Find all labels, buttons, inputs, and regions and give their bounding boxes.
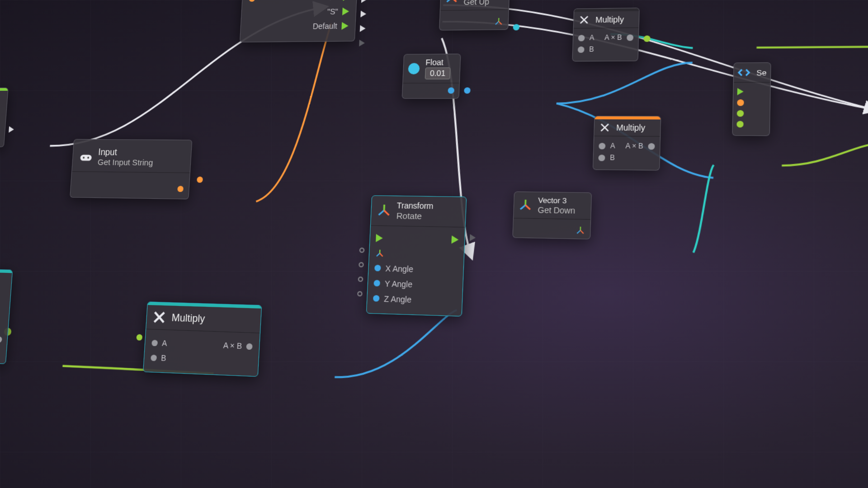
node-title: Vector 3: [538, 196, 576, 206]
unconnected-pins: [357, 248, 365, 296]
node-vector3-get-down[interactable]: Vector 3 Get Down: [512, 192, 592, 240]
node-vector3-get-up[interactable]: Vector 3 Get Up: [439, 0, 510, 31]
input-pin[interactable]: [374, 265, 381, 272]
case-exec-out-icon[interactable]: [342, 8, 349, 15]
input-pin-b[interactable]: [151, 354, 157, 361]
input-pin[interactable]: [736, 121, 744, 127]
wire-endpoint[interactable]: [136, 334, 142, 340]
port-label: B: [589, 45, 594, 53]
axis-mini-icon: [576, 225, 585, 235]
node-subtitle: Rotate: [396, 211, 433, 221]
node-transform-rotate[interactable]: Transform Rotate X Angle Y Angle Z Angle: [366, 195, 467, 316]
node-partial-left[interactable]: [0, 267, 13, 364]
case-label: "S": [327, 7, 338, 16]
input-pin-b[interactable]: [578, 46, 585, 52]
node-title: Multiply: [171, 312, 205, 325]
float-value-input[interactable]: 0.01: [425, 67, 451, 79]
exec-pin-icon[interactable]: [360, 10, 366, 17]
output-pin[interactable]: [627, 34, 633, 41]
output-pin[interactable]: [177, 186, 184, 192]
output-pin[interactable]: [0, 336, 2, 343]
exec-pin-icon[interactable]: [360, 25, 366, 32]
float-type-icon: [408, 63, 420, 74]
exec-pin-icon[interactable]: [359, 40, 365, 47]
node-partial-right[interactable]: Se: [732, 62, 771, 136]
exec-out-arrow-icon[interactable]: [451, 235, 458, 244]
multiply-icon: [599, 122, 610, 133]
node-title: Se: [756, 68, 767, 77]
code-icon: [738, 66, 750, 78]
input-pin[interactable]: [373, 280, 380, 287]
axis-icon: [519, 199, 532, 212]
multiply-icon: [152, 310, 167, 325]
wire-endpoint[interactable]: [197, 177, 203, 183]
expr-label: A × B: [604, 33, 622, 42]
exec-in-arrow-icon[interactable]: [376, 234, 383, 242]
case-label: "W": [326, 0, 339, 2]
pin-socket[interactable]: [359, 248, 365, 253]
exec-pin-icon[interactable]: [470, 234, 476, 241]
default-label: Default: [312, 22, 337, 31]
node-update-event[interactable]: Update Event: [0, 88, 9, 147]
node-multiply-top[interactable]: Multiply A A × B B: [572, 8, 640, 61]
exec-in-arrow-icon[interactable]: [737, 88, 744, 95]
input-pin[interactable]: [737, 110, 744, 117]
axis-icon: [377, 204, 392, 218]
output-pin[interactable]: [513, 24, 520, 30]
output-pin[interactable]: [448, 87, 454, 94]
node-subtitle: Get Down: [538, 205, 575, 216]
node-float[interactable]: Float 0.01: [402, 54, 461, 99]
node-title: Float: [425, 58, 451, 67]
node-title: Multiply: [595, 15, 624, 24]
exec-pin-icon[interactable]: [9, 126, 14, 132]
wire-endpoint[interactable]: [464, 87, 471, 94]
node-switch-on-string[interactable]: Switch On String " " "W" "S" Default: [240, 0, 360, 42]
pin-socket[interactable]: [357, 291, 363, 296]
node-input-get-string[interactable]: Input Get Input String: [70, 139, 192, 200]
input-pin-b[interactable]: [598, 155, 605, 161]
exec-pin-icon[interactable]: [361, 0, 367, 3]
svg-rect-0: [80, 155, 92, 160]
expr-label: A × B: [223, 341, 242, 351]
output-pin[interactable]: [648, 143, 655, 150]
axis-mini-icon: [494, 17, 503, 26]
case-exec-out-icon[interactable]: [341, 22, 349, 30]
axis-mini-icon: [375, 249, 384, 258]
node-multiply-mid[interactable]: Multiply A A × B B: [593, 116, 661, 170]
input-pin[interactable]: [373, 295, 380, 302]
gamepad-icon: [79, 150, 93, 164]
port-label: Y Angle: [384, 279, 412, 289]
node-subtitle: Get Input String: [97, 157, 153, 168]
selector-pin[interactable]: [249, 0, 255, 1]
node-title: Transform: [396, 201, 434, 211]
expr-label: A × B: [625, 142, 643, 150]
port-label: A: [610, 142, 615, 150]
axis-icon: [445, 0, 458, 4]
case-exec-out-icon[interactable]: [343, 0, 350, 1]
port-label: Z Angle: [384, 294, 412, 305]
multiply-icon: [579, 14, 590, 25]
pin-socket[interactable]: [358, 277, 363, 282]
pin-socket[interactable]: [359, 262, 364, 267]
node-graph-canvas[interactable]: Update Event Input Get Input String: [0, 0, 868, 488]
input-pin[interactable]: [737, 99, 744, 106]
wire-endpoint[interactable]: [644, 35, 651, 42]
node-multiply-bottom[interactable]: Multiply A A × B B: [143, 301, 262, 377]
port-label: A: [162, 338, 167, 348]
input-pin-a[interactable]: [151, 339, 158, 346]
input-pin-a[interactable]: [578, 35, 585, 41]
port-label: B: [161, 353, 166, 363]
port-label: X Angle: [385, 264, 413, 274]
port-label: B: [610, 154, 615, 162]
output-pin[interactable]: [246, 343, 253, 350]
input-pin-a[interactable]: [599, 142, 605, 149]
node-title: Input: [98, 147, 154, 158]
port-label: A: [590, 33, 594, 42]
node-subtitle: Get Up: [463, 0, 491, 7]
node-title: Multiply: [616, 123, 646, 132]
